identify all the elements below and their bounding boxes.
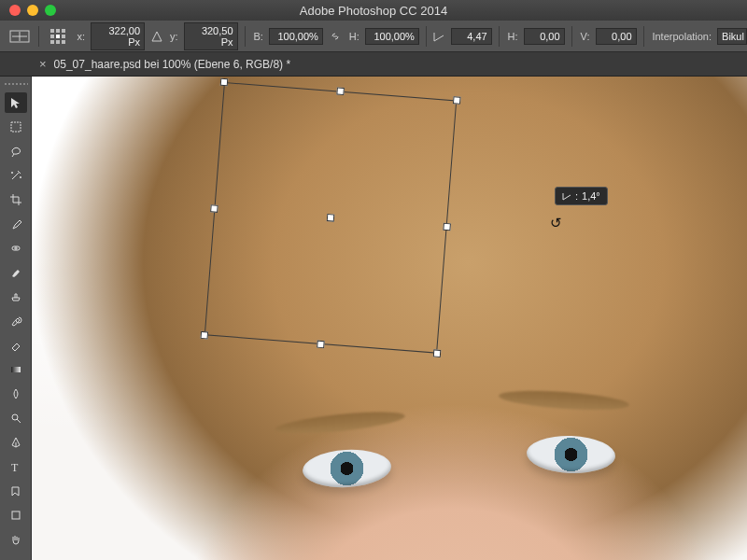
window-controls [0, 5, 56, 16]
y-label: y: [170, 31, 178, 42]
close-window-button[interactable] [9, 5, 21, 16]
vskew-label: V: [581, 31, 590, 42]
svg-rect-2 [56, 29, 60, 33]
svg-rect-1 [50, 29, 54, 33]
workspace: T : 1,4° ↺ [0, 77, 747, 560]
clone-stamp-tool[interactable] [5, 287, 27, 307]
document-tab-label[interactable]: 05_07_haare.psd bei 100% (Ebene 6, RGB/8… [54, 58, 291, 71]
angle-icon [562, 191, 571, 201]
rotate-tooltip: : 1,4° [555, 187, 608, 205]
toolbar-grip[interactable] [4, 82, 28, 87]
crop-tool[interactable] [5, 189, 27, 210]
lasso-tool[interactable] [5, 141, 27, 161]
transform-handle-tl[interactable] [220, 78, 229, 87]
transform-handle-tm[interactable] [336, 87, 345, 95]
healing-brush-tool[interactable] [5, 238, 27, 259]
eyedropper-tool[interactable] [5, 214, 27, 234]
link-icon[interactable] [329, 30, 342, 43]
transform-preset-icon[interactable] [7, 27, 32, 46]
width-label: B: [253, 31, 262, 42]
window-titlebar: Adobe Photoshop CC 2014 [0, 0, 747, 21]
type-tool[interactable]: T [5, 456, 27, 477]
document-canvas[interactable]: : 1,4° ↺ [32, 77, 747, 560]
document-tab-bar: × 05_07_haare.psd bei 100% (Ebene 6, RGB… [0, 52, 747, 77]
svg-rect-7 [50, 40, 54, 44]
transform-center-point[interactable] [327, 214, 335, 222]
height-label: H: [349, 31, 359, 42]
brush-tool[interactable] [5, 262, 27, 283]
tab-close-button[interactable]: × [39, 57, 47, 71]
rotate-cursor-icon: ↺ [550, 215, 562, 231]
svg-rect-6 [62, 35, 65, 38]
svg-rect-4 [50, 35, 54, 38]
blur-tool[interactable] [5, 384, 27, 404]
svg-rect-8 [56, 40, 60, 44]
interpolation-label: Interpolation: [652, 31, 712, 42]
height-input[interactable]: 100,00% [365, 28, 419, 45]
hskew-input[interactable]: 0,00 [524, 28, 565, 45]
transform-handle-tr[interactable] [453, 96, 461, 105]
svg-point-11 [11, 172, 13, 174]
angle-icon [433, 27, 445, 46]
svg-rect-17 [12, 511, 20, 519]
hand-tool[interactable] [5, 529, 27, 550]
x-label: x: [78, 31, 86, 42]
x-input[interactable]: 322,00 Px [91, 22, 145, 50]
move-tool[interactable] [5, 92, 27, 113]
tools-panel: T [0, 77, 32, 560]
path-selection-tool[interactable] [5, 481, 27, 501]
svg-point-12 [20, 176, 21, 178]
history-brush-tool[interactable] [5, 311, 27, 331]
eraser-tool[interactable] [5, 335, 27, 356]
transform-handle-br[interactable] [433, 349, 442, 357]
options-bar: x: 322,00 Px y: 320,50 Px B: 100,00% H: … [0, 21, 747, 52]
marquee-tool[interactable] [5, 117, 27, 137]
width-input[interactable]: 100,00% [269, 28, 323, 45]
svg-rect-14 [11, 367, 21, 372]
app-title: Adobe Photoshop CC 2014 [300, 4, 447, 18]
transform-handle-mr[interactable] [443, 223, 451, 231]
pen-tool[interactable] [5, 432, 27, 453]
svg-text:T: T [11, 461, 19, 473]
gradient-tool[interactable] [5, 359, 27, 380]
dodge-tool[interactable] [5, 408, 27, 428]
transform-handle-ml[interactable] [210, 204, 218, 213]
zoom-window-button[interactable] [45, 5, 56, 16]
angle-input[interactable]: 4,47 [451, 28, 492, 45]
shape-tool[interactable] [5, 505, 27, 525]
reference-point-icon[interactable] [46, 27, 70, 46]
hskew-label: H: [508, 31, 518, 42]
y-input[interactable]: 320,50 Px [184, 22, 238, 50]
transform-handle-bl[interactable] [201, 331, 209, 340]
svg-rect-10 [11, 122, 21, 132]
transform-handle-bm[interactable] [317, 341, 325, 349]
svg-rect-9 [62, 40, 65, 44]
svg-rect-3 [62, 29, 65, 33]
svg-rect-5 [56, 35, 60, 38]
rotate-tooltip-value: 1,4° [582, 190, 600, 202]
interpolation-select[interactable]: Bikul [717, 28, 747, 45]
delta-icon [150, 27, 162, 46]
magic-wand-tool[interactable] [5, 165, 27, 186]
transform-bounding-box[interactable] [204, 82, 457, 354]
minimize-window-button[interactable] [27, 5, 38, 16]
vskew-input[interactable]: 0,00 [596, 28, 637, 45]
